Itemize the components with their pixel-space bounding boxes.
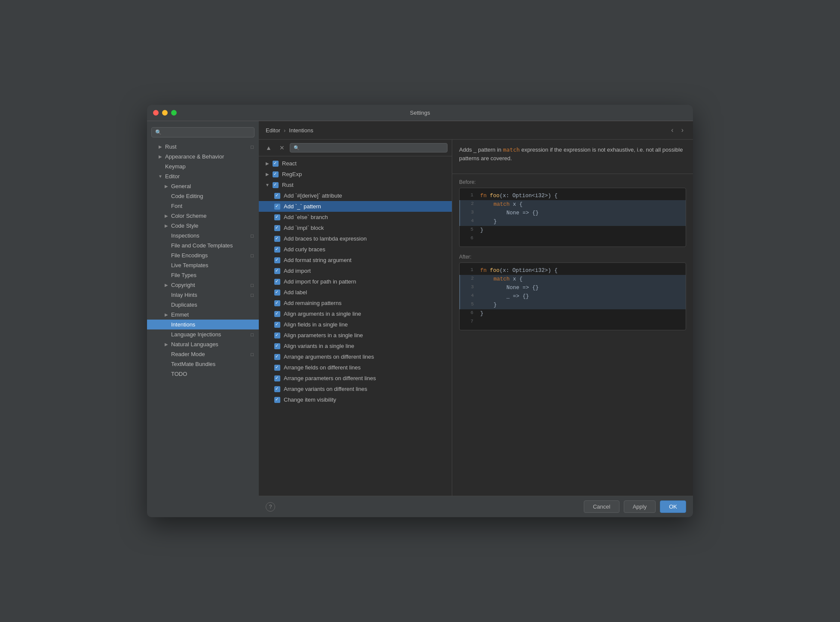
checkbox-arrange-args-different[interactable] [274,354,280,360]
ok-button[interactable]: OK [660,500,686,513]
item-add-else[interactable]: Add `else` branch [259,212,452,223]
checkbox-add-braces-lambda[interactable] [274,236,280,242]
checkbox-regexp[interactable] [273,171,279,177]
item-add-braces-lambda[interactable]: Add braces to lambda expression [259,233,452,244]
code-line-6: 6 } [460,309,686,318]
minimize-button[interactable] [162,110,168,116]
checkbox-rust[interactable] [273,182,279,188]
sidebar-item-code-style[interactable]: ▶ Code Style [147,221,259,231]
item-arrange-variants-different[interactable]: Arrange variants on different lines [259,384,452,394]
description-area: Adds _ pattern in match expression if th… [452,140,693,174]
code-line-6: 6 [460,235,686,243]
maximize-button[interactable] [171,110,177,116]
preview-panels: Before: 1 fn foo(x: Option<i32>) { 2 mat… [452,174,693,496]
sidebar-item-appearance[interactable]: ▶ Appearance & Behavior [147,152,259,162]
move-up-button[interactable]: ▲ [263,143,274,152]
checkbox-align-params-single[interactable] [274,332,280,338]
close-button[interactable] [153,110,159,116]
sidebar-item-reader-mode[interactable]: ▶ Reader Mode □ [147,349,259,359]
item-add-import[interactable]: Add import [259,265,452,276]
help-button[interactable]: ? [266,502,275,512]
checkbox-add-derive[interactable] [274,193,280,199]
item-add-curly-braces[interactable]: Add curly braces [259,244,452,255]
item-align-params-single[interactable]: Align parameters in a single line [259,330,452,341]
checkbox-align-variants-single[interactable] [274,343,280,349]
sidebar-item-editor[interactable]: ▼ Editor [147,171,259,181]
nav-back-button[interactable]: ‹ [668,125,676,135]
list-panel: ▲ ✕ 🔍 ▶ React [259,140,452,496]
sidebar-icon-right: □ [251,293,254,298]
checkbox-add-underscore[interactable] [274,204,280,210]
item-add-remaining[interactable]: Add remaining patterns [259,298,452,308]
checkbox-add-label[interactable] [274,290,280,296]
checkbox-add-import[interactable] [274,268,280,274]
item-add-format-string[interactable]: Add format string argument [259,255,452,265]
checkbox-react[interactable] [273,161,279,167]
sidebar-item-rust[interactable]: ▶ Rust □ [147,142,259,152]
checkbox-arrange-variants-different[interactable] [274,386,280,392]
item-arrange-params-different[interactable]: Arrange parameters on different lines [259,373,452,384]
checkbox-add-impl[interactable] [274,225,280,231]
sidebar-item-todo[interactable]: ▶ TODO [147,369,259,379]
sidebar-search-box[interactable]: 🔍 [151,127,254,137]
sidebar-item-inspections[interactable]: ▶ Inspections □ [147,231,259,241]
intentions-list: ▶ React ▶ RegExp [259,156,452,496]
sidebar-item-live-templates[interactable]: ▶ Live Templates [147,260,259,270]
after-preview-section: After: 1 fn foo(x: Option<i32>) { 2 matc… [459,254,686,330]
sidebar-item-code-editing[interactable]: ▶ Code Editing [147,191,259,201]
item-add-underscore[interactable]: Add `_` pattern [259,201,452,212]
item-align-args-single[interactable]: Align arguments in a single line [259,308,452,319]
nav-forward-button[interactable]: › [679,125,686,135]
cancel-button[interactable]: Cancel [584,500,619,513]
code-line-5: 5 } [460,301,686,309]
sidebar-item-textmate-bundles[interactable]: ▶ TextMate Bundles [147,359,259,369]
after-code-preview: 1 fn foo(x: Option<i32>) { 2 match x { 3 [459,262,686,330]
item-label: Add `_` pattern [284,203,321,210]
checkbox-add-else[interactable] [274,214,280,220]
item-add-derive[interactable]: Add `#[derive]` attribute [259,190,452,201]
item-add-label[interactable]: Add label [259,287,452,298]
sidebar-item-keymap[interactable]: ▶ Keymap [147,162,259,171]
sidebar-item-label: Inlay Hints [171,292,251,298]
sidebar-item-duplicates[interactable]: ▶ Duplicates [147,300,259,310]
apply-button[interactable]: Apply [624,500,656,513]
group-rust[interactable]: ▼ Rust [259,180,452,190]
item-change-item-visibility[interactable]: Change item visibility [259,394,452,405]
sidebar-search-input[interactable] [164,129,251,135]
checkbox-add-import-path[interactable] [274,279,280,285]
sidebar-item-emmet[interactable]: ▶ Emmet [147,310,259,320]
sidebar-item-label: TODO [171,371,254,377]
sidebar-item-file-encodings[interactable]: ▶ File Encodings □ [147,250,259,260]
checkbox-arrange-params-different[interactable] [274,375,280,381]
list-search-input[interactable] [302,145,444,151]
checkbox-align-fields-single[interactable] [274,322,280,328]
sidebar-item-color-scheme[interactable]: ▶ Color Scheme [147,211,259,221]
checkbox-add-curly-braces[interactable] [274,247,280,253]
checkbox-add-remaining[interactable] [274,300,280,306]
sidebar-item-natural-languages[interactable]: ▶ Natural Languages [147,339,259,349]
list-search-box[interactable]: 🔍 [290,143,448,152]
main-content: 🔍 ▶ Rust □ ▶ Appearance & Behavior ▶ Key… [147,121,693,517]
checkbox-arrange-fields-different[interactable] [274,365,280,371]
checkbox-change-item-visibility[interactable] [274,397,280,403]
checkbox-add-format-string[interactable] [274,257,280,263]
item-align-variants-single[interactable]: Align variants in a single line [259,341,452,351]
sidebar-icon-right: □ [251,253,254,258]
move-down-button[interactable]: ✕ [277,143,287,152]
item-add-impl[interactable]: Add `impl` block [259,223,452,233]
sidebar-item-file-code-templates[interactable]: ▶ File and Code Templates [147,241,259,250]
item-arrange-fields-different[interactable]: Arrange fields on different lines [259,362,452,373]
item-align-fields-single[interactable]: Align fields in a single line [259,319,452,330]
sidebar-item-language-injections[interactable]: ▶ Language Injections □ [147,329,259,339]
item-arrange-args-different[interactable]: Arrange arguments on different lines [259,351,452,362]
sidebar-item-font[interactable]: ▶ Font [147,201,259,211]
group-regexp[interactable]: ▶ RegExp [259,169,452,180]
sidebar-item-copyright[interactable]: ▶ Copyright □ [147,280,259,290]
sidebar-item-file-types[interactable]: ▶ File Types [147,270,259,280]
item-add-import-path[interactable]: Add import for path in pattern [259,276,452,287]
checkbox-align-args-single[interactable] [274,311,280,317]
sidebar-item-general[interactable]: ▶ General [147,181,259,191]
group-react[interactable]: ▶ React [259,158,452,169]
sidebar-item-inlay-hints[interactable]: ▶ Inlay Hints □ [147,290,259,300]
sidebar-item-intentions[interactable]: ▶ Intentions [147,320,259,329]
